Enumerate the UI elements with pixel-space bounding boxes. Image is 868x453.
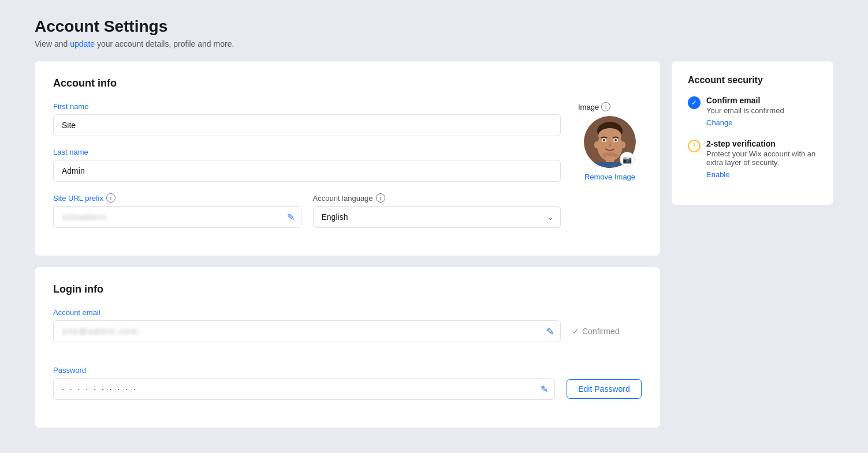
account-language-select-wrap: English French German Spanish ⌄ <box>313 206 561 228</box>
site-url-prefix-group: Site URL prefix i ✎ <box>53 193 301 228</box>
confirm-email-icon: ✓ <box>688 96 701 109</box>
password-label: Password <box>53 366 642 375</box>
site-url-edit-icon[interactable]: ✎ <box>287 212 295 223</box>
first-name-label: First name <box>53 102 561 111</box>
account-language-select[interactable]: English French German Spanish <box>313 206 561 228</box>
last-name-input[interactable] <box>53 160 561 182</box>
account-security-card: Account security ✓ Confirm email Your em… <box>672 61 833 205</box>
last-name-field-group: Last name <box>53 148 561 182</box>
two-step-desc: Protect your Wix account with an extra l… <box>706 149 817 167</box>
avatar-wrap: 📷 <box>584 116 636 168</box>
account-language-label: Account language i <box>313 193 561 203</box>
first-name-field-group: First name <box>53 102 561 136</box>
account-email-label: Account email <box>53 308 642 317</box>
svg-point-4 <box>621 141 625 148</box>
account-info-body: First name Last name <box>53 102 642 239</box>
account-email-input-wrap: ✎ <box>53 320 561 342</box>
password-input-wrap: ✎ <box>53 378 555 400</box>
two-step-item: ! 2-step verification Protect your Wix a… <box>688 139 817 179</box>
confirm-email-change-link[interactable]: Change <box>706 118 733 127</box>
account-email-field-group: Account email ✎ ✓ Confirmed <box>53 308 642 342</box>
main-layout: Account info First name Last name <box>35 61 833 428</box>
image-info-icon[interactable]: i <box>601 102 610 111</box>
password-edit-icon[interactable]: ✎ <box>541 384 548 395</box>
confirmed-label: Confirmed <box>582 327 620 336</box>
account-info-card: Account info First name Last name <box>35 61 660 256</box>
edit-password-button[interactable]: Edit Password <box>567 379 642 399</box>
svg-point-3 <box>594 141 599 148</box>
confirm-email-label: Confirm email <box>706 96 784 105</box>
last-name-label: Last name <box>53 148 561 156</box>
account-language-group: Account language i English French German… <box>313 193 561 228</box>
svg-point-7 <box>603 139 605 141</box>
confirmed-badge: ✓ Confirmed <box>572 327 642 336</box>
password-input[interactable] <box>53 378 555 400</box>
camera-button[interactable]: 📷 <box>620 152 635 167</box>
page-title: Account Settings <box>35 17 833 36</box>
site-url-info-icon[interactable]: i <box>106 193 116 203</box>
first-name-input[interactable] <box>53 114 561 136</box>
svg-point-5 <box>598 128 621 143</box>
edit-password-wrap: Edit Password <box>567 379 642 399</box>
two-step-icon: ! <box>688 140 701 152</box>
camera-icon: 📷 <box>623 155 632 164</box>
account-info-title: Account info <box>53 77 642 89</box>
account-email-row: ✎ ✓ Confirmed <box>53 320 642 342</box>
site-url-prefix-input[interactable] <box>53 206 301 228</box>
page-subtitle: View and update your account details, pr… <box>35 39 833 48</box>
password-field-group: Password ✎ Edit Password <box>53 366 642 400</box>
confirm-email-desc: Your email is confirmed <box>706 106 784 115</box>
image-label: Image i <box>578 102 610 111</box>
site-url-prefix-label: Site URL prefix i <box>53 193 301 203</box>
url-language-row: Site URL prefix i ✎ Account languag <box>53 193 561 228</box>
confirm-email-item: ✓ Confirm email Your email is confirmed … <box>688 96 817 128</box>
two-step-content: 2-step verification Protect your Wix acc… <box>706 139 817 179</box>
svg-point-9 <box>614 139 617 141</box>
site-url-prefix-input-wrap: ✎ <box>53 206 301 228</box>
two-step-enable-link[interactable]: Enable <box>706 170 729 179</box>
account-security-title: Account security <box>688 75 817 85</box>
account-email-edit-icon[interactable]: ✎ <box>546 326 554 337</box>
account-image-section: Image i <box>578 102 642 239</box>
remove-image-link[interactable]: Remove Image <box>584 173 635 181</box>
confirm-email-content: Confirm email Your email is confirmed Ch… <box>706 96 784 128</box>
first-name-input-wrap <box>53 114 561 136</box>
login-divider <box>53 354 642 354</box>
two-step-label: 2-step verification <box>706 139 817 148</box>
account-language-info-icon[interactable]: i <box>376 193 385 203</box>
account-email-input[interactable] <box>53 320 561 342</box>
last-name-input-wrap <box>53 160 561 182</box>
login-info-card: Login info Account email ✎ ✓ Confirmed <box>35 267 660 428</box>
account-info-fields: First name Last name <box>53 102 561 239</box>
main-column: Account info First name Last name <box>35 61 660 428</box>
login-info-title: Login info <box>53 283 642 295</box>
confirmed-check-icon: ✓ <box>572 327 579 336</box>
password-row: ✎ Edit Password <box>53 378 642 400</box>
update-link[interactable]: update <box>70 39 95 48</box>
